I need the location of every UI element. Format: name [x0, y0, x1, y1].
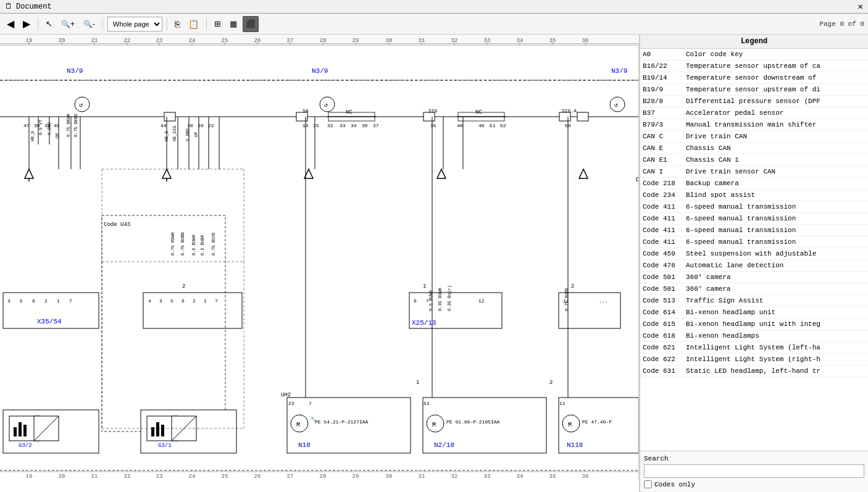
- legend-list[interactable]: A0Color code keyB16/22Temperature sensor…: [640, 49, 868, 451]
- forward-button[interactable]: ▶: [20, 16, 33, 32]
- color-button[interactable]: ▦: [227, 16, 240, 32]
- svg-text:35: 35: [549, 473, 556, 480]
- svg-text:34: 34: [517, 473, 524, 480]
- legend-item[interactable]: Code 622Intelligent Light System (right-…: [640, 354, 868, 365]
- svg-text:...: ...: [599, 298, 607, 304]
- legend-item-code: Code 621: [643, 343, 686, 352]
- svg-text:21: 21: [91, 473, 98, 480]
- legend-search-area: Search Codes only: [640, 451, 868, 492]
- separator-1: [38, 18, 38, 30]
- back-button[interactable]: ◀: [4, 16, 17, 32]
- svg-text:45: 45: [54, 123, 60, 128]
- svg-text:0.75 BUYE: 0.75 BUYE: [211, 232, 216, 256]
- svg-text:HE_SIG: HE_SIG: [172, 126, 177, 141]
- main-layout: 19 20 21 22 23 24 25 26 27 28 29 30 31 3…: [0, 35, 868, 492]
- legend-item[interactable]: B79/3Manual transmission main shifter: [640, 119, 868, 131]
- svg-rect-137: [14, 427, 17, 436]
- legend-item-desc: 6-speed manual transmission: [686, 202, 796, 212]
- legend-search-input[interactable]: [644, 464, 864, 478]
- legend-item-code: Code 501: [643, 272, 686, 282]
- svg-text:7: 7: [69, 298, 72, 304]
- legend-item[interactable]: Code 501360° camera: [640, 272, 868, 283]
- legend-item[interactable]: Code 4116-speed manual transmission: [640, 213, 868, 225]
- g3-1-label: G3/1: [158, 443, 172, 449]
- legend-item[interactable]: B37Accelerator pedal sensor: [640, 107, 868, 119]
- zoom-out-button[interactable]: 🔍-: [80, 16, 98, 32]
- svg-text:22: 22: [124, 473, 131, 480]
- legend-item[interactable]: B19/9Temperature sensor upstream of di: [640, 84, 868, 96]
- svg-text:12: 12: [478, 298, 485, 304]
- schematic-area[interactable]: 19 20 21 22 23 24 25 26 27 28 29 30 31 3…: [0, 35, 640, 492]
- svg-text:33: 33: [340, 123, 346, 128]
- ground-4: [437, 169, 446, 178]
- svg-text:37: 37: [373, 123, 379, 128]
- svg-text:27: 27: [287, 473, 294, 480]
- legend-item[interactable]: CAN EChassis CAN: [640, 143, 868, 154]
- legend-item-code: Code 622: [643, 354, 686, 364]
- legend-item-code: Code 615: [643, 319, 686, 329]
- separator-4: [206, 18, 207, 30]
- legend-item[interactable]: Code 615Bi-xenon headlamp unit with inte…: [640, 319, 868, 330]
- settings-button[interactable]: ⬛: [243, 16, 259, 32]
- legend-item[interactable]: Code 618Bi-xenon headlamps: [640, 330, 868, 342]
- legend-item[interactable]: Code 621Intelligent Light System (left-h…: [640, 342, 868, 354]
- svg-text:30: 30: [34, 123, 40, 128]
- window-title: Document: [16, 2, 52, 11]
- legend-item[interactable]: Code 476Automatic lane detection: [640, 260, 868, 272]
- svg-text:0.35 Bu(r): 0.35 Bu(r): [447, 285, 452, 311]
- legend-item[interactable]: Code 513Traffic Sign Assist: [640, 295, 868, 307]
- legend-item-desc: Drive train sensor CAN: [686, 167, 775, 177]
- svg-text:M: M: [432, 422, 436, 428]
- legend-item-desc: Differential pressure sensor (DPF: [686, 96, 820, 106]
- legend-item[interactable]: Code 218Backup camera: [640, 178, 868, 190]
- legend-item[interactable]: Code 614Bi-xenon headlamp unit: [640, 307, 868, 319]
- legend-item[interactable]: CAN CDrive train CAN: [640, 131, 868, 143]
- paste-button[interactable]: 📋: [185, 16, 202, 32]
- svg-text:33: 33: [484, 473, 491, 480]
- close-button[interactable]: ✕: [858, 1, 863, 12]
- n2-10-label: N2/10: [434, 441, 454, 449]
- legend-item[interactable]: Code 234Blind spot assist: [640, 190, 868, 201]
- copy-button[interactable]: ⎘: [172, 16, 183, 32]
- svg-text:15: 15: [313, 123, 319, 128]
- legend-item[interactable]: Code 4116-speed manual transmission: [640, 236, 868, 248]
- zoom-select[interactable]: Whole page 50% 75% 100% 150% 200%: [107, 17, 162, 31]
- grid-button[interactable]: ⊞: [211, 16, 224, 32]
- legend-item-desc: Intelligent Light System (right-h: [686, 354, 820, 364]
- legend-item-desc: Static LED headlamp, left-hand tr: [686, 366, 820, 376]
- legend-item[interactable]: Code 631Static LED headlamp, left-hand t…: [640, 365, 868, 377]
- svg-rect-89: [559, 112, 570, 121]
- pointer-tool-button[interactable]: ↖: [43, 16, 56, 32]
- legend-item-code: A0: [643, 49, 686, 59]
- legend-header: Legend: [640, 35, 868, 49]
- legend-item-code: B19/9: [643, 85, 686, 94]
- legend-item[interactable]: Code 4116-speed manual transmission: [640, 225, 868, 236]
- svg-text:7: 7: [426, 298, 429, 304]
- svg-text:0.35 BUWH: 0.35 BUWH: [438, 288, 443, 311]
- svg-text:44: 44: [161, 123, 167, 128]
- svg-text:↺: ↺: [79, 102, 83, 109]
- svg-text:V_GND: V_GND: [185, 128, 190, 141]
- legend-item[interactable]: CAN E1Chassis CAN 1: [640, 154, 868, 166]
- codes-only-checkbox[interactable]: [644, 480, 652, 488]
- svg-text:0.75 BKWH: 0.75 BKWH: [66, 114, 71, 137]
- schematic-canvas[interactable]: N3/9 N3/9 N3/9: [0, 46, 639, 481]
- zoom-in-button[interactable]: 🔍+: [58, 16, 78, 32]
- legend-item[interactable]: B16/22Temperature sensor upstream of ca: [640, 60, 868, 72]
- legend-item[interactable]: Code 459Steel suspension with adjustable: [640, 248, 868, 260]
- legend-item[interactable]: B28/8Differential pressure sensor (DPF: [640, 96, 868, 107]
- legend-item-desc: Steel suspension with adjustable: [686, 249, 816, 259]
- svg-text:PE 47.40-P: PE 47.40-P: [582, 419, 612, 425]
- svg-rect-88: [424, 112, 435, 121]
- app-icon: 🗒: [5, 2, 12, 11]
- legend-item[interactable]: A0Color code key: [640, 49, 868, 60]
- legend-item[interactable]: CAN IDrive train sensor CAN: [640, 166, 868, 178]
- svg-text:↺: ↺: [614, 102, 618, 109]
- legend-item[interactable]: Code 4116-speed manual transmission: [640, 201, 868, 213]
- g3-2-label: G3/2: [19, 443, 32, 449]
- legend-item[interactable]: Code 501360° camera: [640, 283, 868, 295]
- svg-text:3: 3: [159, 298, 162, 304]
- svg-text:5: 5: [170, 298, 173, 304]
- legend-item[interactable]: B19/14Temperature sensor downstream of: [640, 72, 868, 84]
- legend-item-code: Code 218: [643, 178, 686, 188]
